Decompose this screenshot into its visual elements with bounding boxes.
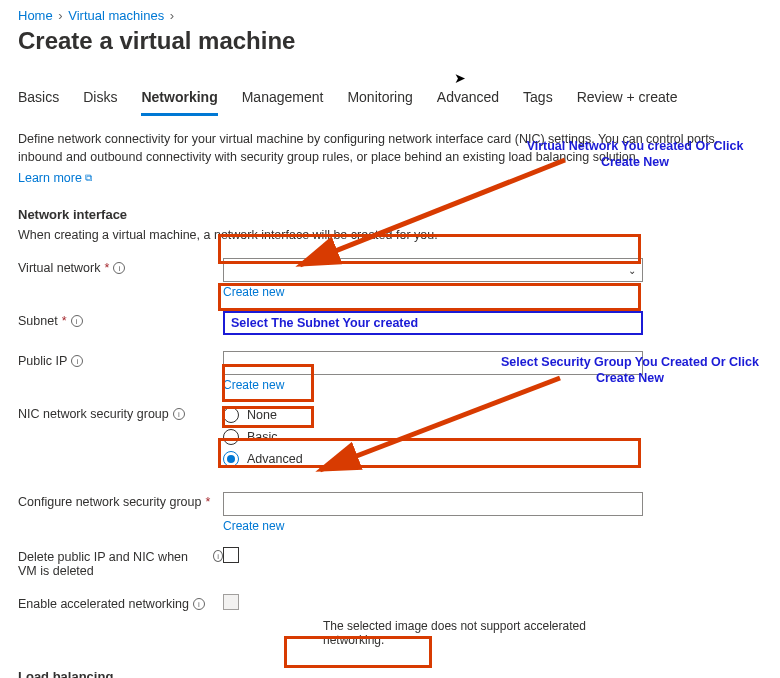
breadcrumb-home[interactable]: Home bbox=[18, 8, 53, 23]
tab-review[interactable]: Review + create bbox=[577, 83, 678, 116]
label-vnet: Virtual network bbox=[18, 261, 100, 275]
public-ip-dropdown[interactable] bbox=[223, 351, 643, 375]
info-icon[interactable]: i bbox=[213, 550, 223, 562]
delete-pip-checkbox[interactable] bbox=[223, 547, 239, 563]
label-config-nsg: Configure network security group bbox=[18, 495, 201, 509]
tabs: Basics Disks Networking Management Monit… bbox=[18, 83, 762, 117]
config-nsg-create-new-link[interactable]: Create new bbox=[223, 519, 284, 533]
page-title: Create a virtual machine bbox=[18, 27, 762, 55]
chevron-right-icon: › bbox=[58, 8, 62, 23]
vnet-create-new-link[interactable]: Create new bbox=[223, 285, 284, 299]
external-link-icon: ⧉ bbox=[85, 172, 92, 184]
breadcrumb: Home › Virtual machines › bbox=[18, 8, 762, 23]
radio-basic-label: Basic bbox=[247, 430, 278, 444]
section-title-lb: Load balancing bbox=[18, 669, 762, 678]
info-icon[interactable]: i bbox=[113, 262, 125, 274]
info-icon[interactable]: i bbox=[173, 408, 185, 420]
label-nsg: NIC network security group bbox=[18, 407, 169, 421]
tab-networking[interactable]: Networking bbox=[141, 83, 217, 116]
required-marker: * bbox=[104, 261, 109, 275]
chevron-down-icon: ⌄ bbox=[628, 265, 636, 276]
learn-more-label: Learn more bbox=[18, 171, 82, 185]
breadcrumb-vms[interactable]: Virtual machines bbox=[68, 8, 164, 23]
tab-management[interactable]: Management bbox=[242, 83, 324, 116]
tab-tags[interactable]: Tags bbox=[523, 83, 553, 116]
required-marker: * bbox=[205, 495, 210, 509]
label-subnet: Subnet bbox=[18, 314, 58, 328]
label-public-ip: Public IP bbox=[18, 354, 67, 368]
radio-advanced[interactable] bbox=[223, 451, 239, 467]
radio-basic[interactable] bbox=[223, 429, 239, 445]
radio-advanced-label: Advanced bbox=[247, 452, 303, 466]
radio-none[interactable] bbox=[223, 407, 239, 423]
tab-monitoring[interactable]: Monitoring bbox=[347, 83, 412, 116]
vnet-dropdown[interactable]: ⌄ bbox=[223, 258, 643, 282]
required-marker: * bbox=[62, 314, 67, 328]
info-icon[interactable]: i bbox=[71, 315, 83, 327]
tab-basics[interactable]: Basics bbox=[18, 83, 59, 116]
intro-text: Define network connectivity for your vir… bbox=[18, 131, 748, 166]
learn-more-link[interactable]: Learn more ⧉ bbox=[18, 171, 92, 185]
radio-none-label: None bbox=[247, 408, 277, 422]
chevron-right-icon: › bbox=[170, 8, 174, 23]
public-ip-create-new-link[interactable]: Create new bbox=[223, 378, 284, 392]
accel-note: The selected image does not support acce… bbox=[323, 619, 643, 647]
section-title-nic: Network interface bbox=[18, 207, 762, 222]
tab-disks[interactable]: Disks bbox=[83, 83, 117, 116]
info-icon[interactable]: i bbox=[193, 598, 205, 610]
info-icon[interactable]: i bbox=[71, 355, 83, 367]
section-subtitle-nic: When creating a virtual machine, a netwo… bbox=[18, 228, 762, 242]
config-nsg-dropdown[interactable] bbox=[223, 492, 643, 516]
subnet-placeholder: Select The Subnet Your created bbox=[231, 316, 418, 330]
label-accel: Enable accelerated networking bbox=[18, 597, 189, 611]
accel-checkbox bbox=[223, 594, 239, 610]
label-delete-pip: Delete public IP and NIC when VM is dele… bbox=[18, 550, 209, 578]
tab-advanced[interactable]: Advanced bbox=[437, 83, 499, 116]
subnet-dropdown[interactable]: Select The Subnet Your created bbox=[223, 311, 643, 335]
